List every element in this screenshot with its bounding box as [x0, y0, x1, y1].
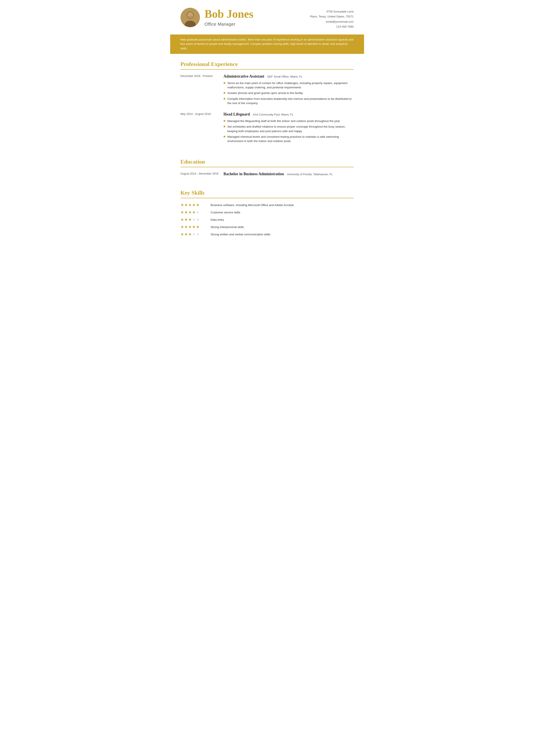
star-filled: ★	[188, 210, 192, 214]
skill-stars-3: ★★★★★	[181, 217, 211, 223]
star-filled: ★	[192, 203, 196, 207]
skill-label-4: Strong interpersonal skills	[211, 225, 244, 229]
experience-entry-2: May 2014 - August 2018 Head Lifeguard AA…	[181, 111, 354, 145]
exp-job-title-2: Head Lifeguard	[224, 112, 250, 116]
exp-bullet-1-2: Answer phones and greet guests upon arri…	[224, 91, 354, 95]
bullet-dot	[224, 120, 225, 122]
education-section-title: Education	[181, 157, 354, 166]
skill-row-5: ★★★★★Strong written and verbal communica…	[181, 231, 354, 237]
skill-label-5: Strong written and verbal communication …	[211, 232, 270, 237]
candidate-name: Bob Jones	[205, 8, 310, 20]
name-block: Bob Jones Office Manager	[205, 8, 310, 27]
skill-row-3: ★★★★★Data entry	[181, 217, 354, 223]
contact-phone: 123-456-7890	[310, 24, 354, 29]
exp-content-1: Administrative Assistant DEF Small Offic…	[224, 73, 354, 107]
exp-date-2: May 2014 - August 2018	[181, 111, 224, 145]
header-section: Bob Jones Office Manager 4759 Sunnydale …	[170, 0, 364, 35]
exp-content-2: Head Lifeguard AAA Community Pool, Miami…	[224, 111, 354, 145]
star-filled: ★	[184, 217, 188, 222]
skill-stars-1: ★★★★★	[181, 202, 211, 208]
contact-block: 4759 Sunnydale Lane Plano, Texas, United…	[310, 8, 354, 29]
star-empty: ★	[196, 210, 200, 214]
exp-date-1: December 2018 - Present	[181, 73, 224, 107]
star-filled: ★	[181, 217, 184, 222]
exp-bullet-2-1: Managed the lifeguarding staff at both t…	[224, 119, 354, 123]
edu-date-1: August 2014 - December 2018	[181, 171, 224, 177]
summary-band: New graduate passionate about administra…	[170, 35, 364, 54]
star-filled: ★	[196, 225, 200, 229]
star-filled: ★	[181, 203, 184, 207]
experience-entry-1: December 2018 - Present Administrative A…	[181, 73, 354, 107]
exp-bullet-2-3: Managed chemical levels and consistent t…	[224, 135, 354, 144]
star-filled: ★	[181, 225, 184, 229]
edu-degree-1: Bachelor in Business Administration	[224, 172, 284, 176]
skill-stars-2: ★★★★★	[181, 209, 211, 215]
skill-label-1: Business software, including Microsoft O…	[211, 203, 293, 207]
star-empty: ★	[196, 232, 200, 236]
edu-school-1: University of Florida, Tallahassee, FL	[287, 173, 333, 176]
contact-email: email@youremail.com	[310, 19, 354, 24]
skill-stars-5: ★★★★★	[181, 231, 211, 237]
exp-bullets-1: Serve as the main point of contact for o…	[224, 81, 354, 105]
exp-bullet-1-3: Compile information from executive leade…	[224, 97, 354, 106]
star-filled: ★	[192, 210, 196, 214]
star-empty: ★	[196, 217, 200, 222]
skill-row-1: ★★★★★Business software, including Micros…	[181, 202, 354, 208]
exp-company-1: DEF Small Office, Miami, FL	[267, 75, 303, 78]
star-filled: ★	[184, 232, 188, 236]
svg-point-3	[187, 12, 193, 18]
star-filled: ★	[196, 203, 200, 207]
experience-divider	[181, 69, 354, 69]
bullet-dot	[224, 92, 225, 94]
star-empty: ★	[192, 217, 196, 222]
exp-job-title-1: Administrative Assistant	[224, 74, 265, 78]
contact-city: Plano, Texas, United States, 75071	[310, 14, 354, 19]
exp-bullet-1-1: Serve as the main point of contact for o…	[224, 81, 354, 90]
summary-text: New graduate passionate about administra…	[181, 38, 353, 50]
education-divider	[181, 167, 354, 167]
skills-list: ★★★★★Business software, including Micros…	[181, 202, 354, 237]
skill-label-2: Customer service skills	[211, 210, 241, 215]
bullet-dot	[224, 98, 225, 99]
exp-company-2: AAA Community Pool, Miami, FL	[253, 113, 293, 116]
skill-row-2: ★★★★★Customer service skills	[181, 209, 354, 215]
skills-section: Key Skills ★★★★★Business software, inclu…	[170, 182, 364, 241]
star-filled: ★	[181, 232, 184, 236]
skill-stars-4: ★★★★★	[181, 224, 211, 230]
skill-label-3: Data entry	[211, 218, 224, 222]
star-filled: ★	[188, 225, 192, 229]
experience-section: Professional Experience December 2018 - …	[170, 54, 364, 152]
star-filled: ★	[188, 203, 192, 207]
star-filled: ★	[184, 203, 188, 207]
star-filled: ★	[188, 217, 192, 222]
skills-divider	[181, 198, 354, 198]
exp-bullets-2: Managed the lifeguarding staff at both t…	[224, 119, 354, 143]
education-entry-1: August 2014 - December 2018 Bachelor in …	[181, 171, 354, 177]
star-filled: ★	[181, 210, 184, 214]
contact-address: 4759 Sunnydale Lane	[310, 9, 354, 14]
skills-section-title: Key Skills	[181, 189, 354, 197]
exp-heading-1: Administrative Assistant DEF Small Offic…	[224, 73, 354, 79]
star-filled: ★	[184, 225, 188, 229]
star-empty: ★	[192, 232, 196, 236]
candidate-title: Office Manager	[205, 21, 310, 27]
avatar	[181, 8, 200, 27]
star-filled: ★	[188, 232, 192, 236]
skill-row-4: ★★★★★Strong interpersonal skills	[181, 224, 354, 230]
exp-heading-2: Head Lifeguard AAA Community Pool, Miami…	[224, 111, 354, 117]
experience-section-title: Professional Experience	[181, 60, 354, 68]
bullet-dot	[224, 82, 225, 84]
bullet-dot	[224, 136, 225, 138]
resume-page: Bob Jones Office Manager 4759 Sunnydale …	[170, 0, 364, 241]
education-section: Education August 2014 - December 2018 Ba…	[170, 151, 364, 182]
bullet-dot	[224, 126, 225, 127]
edu-content-1: Bachelor in Business Administration Univ…	[224, 171, 354, 177]
star-filled: ★	[192, 225, 196, 229]
exp-bullet-2-2: Set schedules and drafted rotations to e…	[224, 124, 354, 133]
star-filled: ★	[184, 210, 188, 214]
